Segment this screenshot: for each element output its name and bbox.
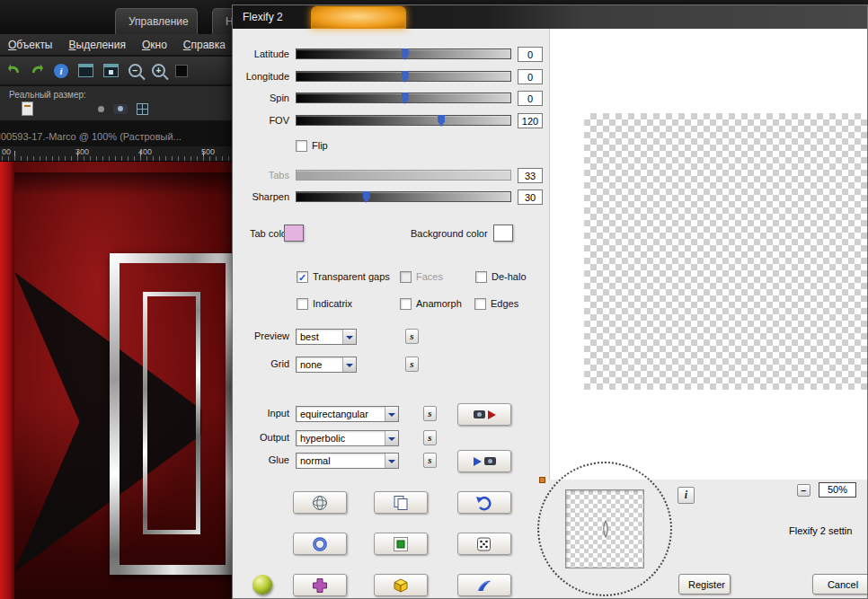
longitude-value-input[interactable] [518, 69, 543, 84]
menu-help[interactable]: Справка [175, 39, 234, 51]
tabs-slider [296, 170, 511, 181]
copy-icon [392, 494, 410, 512]
preview-dropdown[interactable]: best [296, 329, 357, 345]
color-swatch-icon[interactable] [175, 65, 188, 77]
red-play-icon [488, 410, 496, 419]
chevron-down-icon[interactable] [385, 431, 398, 445]
input-dropdown[interactable]: equirectangular [296, 406, 399, 422]
undo-icon[interactable] [7, 62, 21, 79]
mini-lens-shape [602, 520, 609, 538]
zoom-out-button[interactable]: − [797, 484, 810, 497]
camera-icon[interactable] [113, 104, 128, 114]
zoom-out-icon[interactable]: − [128, 64, 142, 77]
copy-button[interactable] [374, 491, 428, 514]
preview-label: Preview [233, 330, 289, 341]
register-button[interactable]: Register [678, 574, 731, 595]
longitude-label: Longitude [233, 71, 289, 82]
cube-button[interactable] [374, 574, 428, 596]
window-panel-icon[interactable] [78, 64, 93, 77]
image-canvas[interactable] [0, 162, 232, 599]
cancel-button[interactable]: Cancel [812, 574, 868, 595]
globe-button[interactable] [293, 491, 347, 514]
info-icon[interactable]: i [54, 64, 68, 78]
tab-upravlenie[interactable]: Управление [115, 8, 198, 34]
output-dropdown-value: hyperbolic [300, 433, 345, 444]
ruler-label-0: 00 [2, 147, 11, 156]
page-icon[interactable] [22, 101, 33, 116]
blue-wing-icon [475, 577, 493, 595]
anamorph-checkbox-box[interactable] [400, 298, 412, 310]
transparent-gaps-checkbox-box[interactable]: ✓ [297, 271, 308, 283]
chevron-down-icon[interactable] [342, 357, 356, 372]
menu-selections[interactable]: Выделения [61, 39, 134, 51]
undo-button[interactable] [457, 491, 511, 514]
transparency-checker[interactable] [584, 113, 868, 390]
sharpen-slider[interactable] [296, 191, 511, 202]
sharpen-slider-thumb[interactable] [363, 191, 370, 203]
preview-pane[interactable] [549, 29, 868, 480]
redo-icon[interactable] [31, 62, 44, 79]
highlighted-tab[interactable] [311, 6, 406, 29]
window-grid-icon[interactable] [103, 64, 119, 77]
render-input-button[interactable] [457, 403, 511, 426]
transparent-gaps-checkbox[interactable]: ✓ Transparent gaps [297, 270, 390, 283]
de-halo-label: De-halo [492, 271, 527, 282]
longitude-slider-thumb[interactable] [402, 71, 409, 83]
de-halo-checkbox[interactable]: De-halo [475, 270, 527, 283]
random-button[interactable] [457, 533, 511, 555]
tabs-value-input[interactable] [518, 168, 543, 183]
spin-label: Spin [233, 92, 289, 103]
chevron-down-icon[interactable] [385, 407, 398, 421]
wing-button[interactable] [457, 574, 511, 596]
flip-checkbox-box[interactable] [296, 140, 307, 152]
fov-slider[interactable] [296, 115, 511, 126]
info-button[interactable]: i [678, 487, 695, 504]
flip-checkbox[interactable]: Flip [296, 139, 328, 152]
output-dropdown[interactable]: hyperbolic [296, 430, 399, 446]
dial-handle[interactable] [539, 477, 545, 483]
anamorph-checkbox[interactable]: Anamorph [400, 297, 462, 310]
chevron-down-icon[interactable] [385, 454, 398, 468]
edges-checkbox[interactable]: Edges [474, 297, 518, 310]
dot-icon[interactable] [98, 106, 104, 112]
fov-slider-thumb[interactable] [438, 115, 445, 127]
grid-save-button[interactable]: s [405, 357, 419, 372]
spin-slider-thumb[interactable] [402, 92, 409, 104]
glue-dropdown[interactable]: normal [296, 453, 399, 469]
longitude-slider[interactable] [296, 71, 511, 82]
sphere-icon[interactable] [252, 575, 272, 595]
purple-plus-icon [311, 577, 329, 595]
toolbar-secondary: Реальный размер: [0, 86, 232, 121]
zoom-level[interactable]: 50% [819, 482, 856, 498]
menu-window[interactable]: Окно [134, 39, 175, 51]
edges-checkbox-box[interactable] [474, 298, 486, 310]
indicatrix-label: Indicatrix [313, 298, 352, 309]
chevron-down-icon[interactable] [342, 330, 356, 344]
glue-save-button[interactable]: s [423, 453, 437, 468]
grid-dropdown[interactable]: none [296, 357, 357, 373]
indicatrix-checkbox-box[interactable] [297, 298, 308, 310]
grid-plus-icon[interactable] [137, 103, 148, 115]
latitude-value-input[interactable] [518, 47, 543, 62]
ring-button[interactable] [293, 533, 347, 555]
spin-slider[interactable] [296, 92, 511, 103]
zoom-in-icon[interactable]: + [152, 64, 165, 77]
latitude-slider[interactable] [296, 48, 511, 59]
menu-objects[interactable]: Объекты [0, 39, 61, 51]
latitude-label: Latitude [233, 48, 289, 59]
background-color-swatch[interactable] [493, 225, 513, 242]
spin-value-input[interactable] [518, 91, 543, 106]
render-output-button[interactable] [457, 450, 511, 472]
cross-button[interactable] [293, 574, 347, 596]
latitude-slider-thumb[interactable] [402, 48, 409, 60]
tab-color-swatch[interactable] [284, 225, 304, 242]
green-square-button[interactable] [374, 533, 428, 555]
fov-value-input[interactable] [518, 113, 543, 128]
preview-save-button[interactable]: s [405, 329, 419, 344]
camera-icon [474, 410, 485, 418]
output-save-button[interactable]: s [423, 430, 437, 445]
de-halo-checkbox-box[interactable] [475, 271, 487, 283]
indicatrix-checkbox[interactable]: Indicatrix [297, 297, 352, 310]
input-save-button[interactable]: s [423, 406, 437, 421]
sharpen-value-input[interactable] [518, 189, 543, 205]
